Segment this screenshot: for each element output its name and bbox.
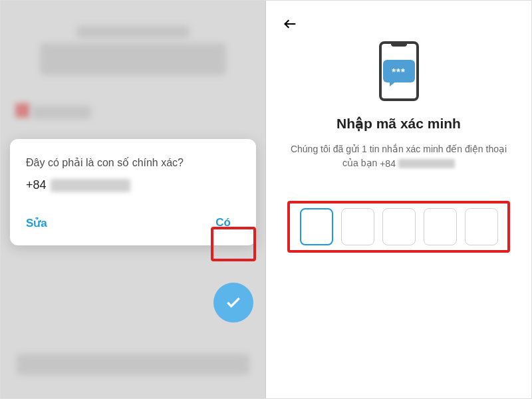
code-digit-4[interactable] (424, 208, 457, 245)
phone-prefix: +84 (26, 178, 47, 192)
phone-number-display: +84 (26, 178, 240, 192)
blurred-background (17, 354, 249, 375)
code-input-container (281, 199, 517, 255)
sms-bubble-icon: *** (383, 60, 415, 82)
blurred-background (40, 43, 226, 75)
confirm-fab[interactable] (213, 283, 253, 323)
yes-button[interactable]: Có (206, 212, 240, 233)
check-icon (225, 294, 242, 311)
code-digit-3[interactable] (382, 208, 416, 245)
phone-number-redacted (398, 159, 455, 168)
blurred-background (31, 106, 91, 119)
verify-title: Nhập mã xác minh (281, 116, 517, 132)
back-button[interactable] (281, 15, 299, 35)
code-digit-2[interactable] (341, 208, 374, 245)
confirm-number-dialog: Đây có phải là con số chính xác? +84 Sửa… (10, 139, 256, 245)
blurred-background (15, 103, 30, 118)
left-screen: Đây có phải là con số chính xác? +84 Sửa… (1, 1, 266, 398)
phone-number-redacted (51, 179, 130, 192)
phone-prefix: +84 (380, 157, 396, 171)
code-input-row (294, 208, 503, 245)
edit-button[interactable]: Sửa (26, 216, 47, 230)
verify-description: Chúng tôi đã gửi 1 tin nhắn xác minh đến… (281, 142, 517, 171)
blurred-background (76, 26, 190, 38)
code-digit-5[interactable] (465, 208, 498, 245)
dialog-question: Đây có phải là con số chính xác? (26, 156, 240, 169)
arrow-left-icon (283, 18, 297, 30)
right-screen: *** Nhập mã xác minh Chúng tôi đã gửi 1 … (266, 1, 531, 398)
phone-sms-icon: *** (379, 41, 419, 101)
dialog-button-row: Sửa Có (26, 212, 240, 233)
code-digit-1[interactable] (300, 208, 333, 245)
